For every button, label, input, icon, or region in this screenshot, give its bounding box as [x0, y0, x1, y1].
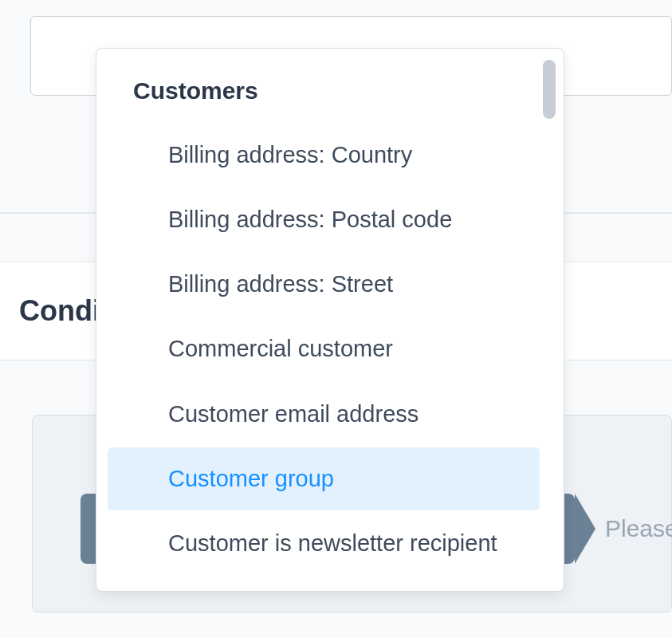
value-placeholder: Please — [589, 515, 672, 542]
tag-arrow-icon — [575, 494, 595, 564]
dropdown-group-header: Customers — [96, 63, 551, 122]
dropdown-item[interactable]: Billing address: Postal code — [108, 188, 540, 251]
scrollbar[interactable] — [543, 60, 556, 503]
dropdown-item[interactable]: Customer group — [108, 447, 540, 510]
dropdown-item[interactable]: Customer is newsletter recipient — [108, 512, 540, 575]
scrollbar-thumb[interactable] — [543, 60, 556, 119]
dropdown-item[interactable]: Billing address: Street — [108, 253, 540, 316]
dropdown-item[interactable]: Customer email address — [108, 383, 540, 446]
dropdown-item[interactable]: Commercial customer — [108, 317, 540, 380]
dropdown-item[interactable]: Billing address: Country — [108, 124, 540, 187]
conditions-dropdown: Customers Billing address: CountryBillin… — [96, 48, 564, 592]
